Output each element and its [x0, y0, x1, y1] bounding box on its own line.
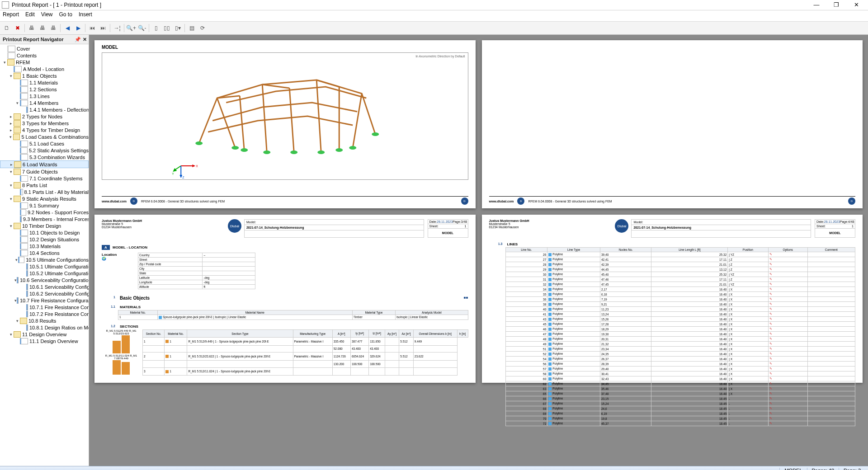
tree-item[interactable]: ▾1.4 Members [0, 99, 89, 106]
tree-item[interactable]: 10.3 Materials [0, 243, 89, 249]
menu-edit[interactable]: Edit [25, 11, 35, 20]
tree-item[interactable]: ▾10.8 Results [0, 317, 89, 324]
page-3: Justus Mustermann GmbH Musterstraße 5 01… [94, 215, 476, 383]
menu-view[interactable]: View [41, 11, 53, 20]
tree-item[interactable]: ▾1 Basic Objects [0, 72, 89, 79]
tree-item[interactable]: ▾5 Load Cases & Combinations [0, 133, 89, 140]
tree-item[interactable]: 11.1 Design Overview [0, 338, 89, 344]
export-icon[interactable]: 🖶 [48, 23, 58, 33]
statusbar: MODEL Pages: 48 Page: 3 [0, 466, 868, 470]
menu-report[interactable]: Report [3, 11, 19, 20]
navigator-header: Printout Report Navigator 📌 ✕ [0, 35, 89, 44]
single-page-icon[interactable]: ▯ [151, 23, 161, 33]
refresh-icon[interactable]: ⟳ [198, 23, 208, 33]
svg-point-5 [317, 150, 325, 154]
status-pages: Pages: 48 [807, 468, 839, 470]
tree-item[interactable]: ▾10.5 Ultimate Configurations [0, 256, 89, 263]
menu-insert[interactable]: Insert [79, 11, 92, 20]
page-footer: www.dlubal.com D RFEM 6.04.0008 - Genera… [102, 196, 468, 205]
new-icon[interactable]: 🗋 [2, 23, 12, 33]
titlebar: Printout Report - [ 1 - Printout report … [0, 0, 868, 10]
window-title: Printout Report - [ 1 - Printout report … [12, 2, 101, 8]
settings-icon[interactable]: ▤ [187, 23, 197, 33]
tree-item[interactable]: 1.2 Sections [0, 86, 89, 93]
minimize-button[interactable]: — [807, 0, 826, 10]
svg-text:Y: Y [172, 172, 174, 175]
tree-item[interactable]: ▾7 Guide Objects [0, 168, 89, 175]
svg-text:X: X [196, 164, 198, 168]
tree-item[interactable]: 10.5.1 Ultimate Configuratio... [0, 263, 89, 270]
tree-item[interactable]: A Model - Location [0, 66, 89, 72]
tree-item[interactable]: 9.2 Nodes - Support Forces [0, 209, 89, 216]
tree-item[interactable]: 10.7.1 Fire Resistance Confi... [0, 304, 89, 310]
tree-item-contents[interactable]: Contents [0, 52, 89, 59]
dlubal-logo-icon: D [130, 197, 137, 205]
dlubal-logo-icon: D [848, 197, 855, 205]
tree-item[interactable]: 5.2 Static Analysis Settings [0, 147, 89, 154]
lines-table: Line No.Line TypeNodes No.Line Length L … [505, 247, 856, 426]
page-footer: www.dlubal.com D RFEM 6.04.0008 - Genera… [489, 196, 856, 205]
tree-item[interactable]: ▸4 Types for Timber Design [0, 127, 89, 133]
print-icon[interactable]: 🖶 [27, 23, 37, 33]
dlubal-logo-icon: Dlubal [228, 219, 241, 233]
delete-icon[interactable]: ✖ [13, 23, 23, 33]
tree-item[interactable]: 7.1 Coordinate Systems [0, 175, 89, 182]
goto-page-icon[interactable]: →¦ [112, 23, 122, 33]
tree-item[interactable]: ▾10.7 Fire Resistance Configurations [0, 297, 89, 304]
tree-item-cover[interactable]: Cover [0, 45, 89, 52]
tree-item[interactable]: 10.7.2 Fire Resistance Confi... [0, 310, 89, 317]
maximize-button[interactable]: ❐ [826, 0, 846, 10]
tree-item[interactable]: 10.6.2 Serviceability Configu... [0, 290, 89, 297]
svg-marker-10 [192, 164, 195, 167]
two-page-icon[interactable]: ▯▯ [162, 23, 172, 33]
tree-item[interactable]: 10.2 Design Situations [0, 236, 89, 243]
tree-item[interactable]: ▾9 Static Analysis Results [0, 195, 89, 202]
first-icon[interactable]: ⏮ [87, 23, 97, 33]
tree-item[interactable]: ▾11 Design Overview [0, 331, 89, 338]
print-preview-icon[interactable]: 🖶 [38, 23, 47, 33]
next-icon[interactable]: ▶ [73, 23, 83, 33]
navigator-tree[interactable]: Cover Contents ▾RFEM A Model - Location … [0, 44, 89, 466]
preview-canvas[interactable]: MODEL In Axonometric Direction by Defaul… [89, 35, 868, 466]
page-2: www.dlubal.com D RFEM 6.04.0008 - Genera… [482, 40, 863, 208]
status-page: Page: 3 [839, 468, 865, 470]
tree-item[interactable]: 1.3 Lines [0, 93, 89, 99]
dlubal-logo-icon: Dlubal [615, 219, 628, 233]
location-table: Country–StreetZip / Postal codeCityState… [138, 253, 255, 289]
close-button[interactable]: ✕ [846, 0, 866, 10]
tree-item[interactable]: ▸2 Types for Nodes [0, 113, 89, 120]
multi-page-icon[interactable]: ▯▾ [173, 23, 183, 33]
svg-point-1 [231, 146, 239, 150]
navigator-panel: Printout Report Navigator 📌 ✕ Cover Cont… [0, 35, 89, 466]
zoom-out-icon[interactable]: 🔍- [137, 23, 147, 33]
tree-item[interactable]: 5.3 Combination Wizards [0, 154, 89, 160]
tree-item-selected[interactable]: ▸6 Load Wizards [0, 160, 89, 168]
tree-item[interactable]: ▾10 Timber Design [0, 222, 89, 229]
tree-item[interactable]: 1.1 Materials [0, 79, 89, 86]
tree-item[interactable]: 9.3 Members - Internal Forces by... [0, 216, 89, 222]
pin-icon[interactable]: 📌 [75, 37, 81, 42]
tree-item[interactable]: 10.8.1 Design Ratios on Mem... [0, 324, 89, 331]
tree-item[interactable]: 9.1 Summary [0, 202, 89, 209]
model-3d-view: In Axonometric Direction by Default [102, 52, 468, 180]
tree-item[interactable]: 10.6.1 Serviceability Configu... [0, 283, 89, 290]
menu-goto[interactable]: Go to [59, 11, 72, 20]
last-icon[interactable]: ⏭ [98, 23, 108, 33]
navigator-title: Printout Report Navigator [3, 37, 63, 42]
page-4: Justus Mustermann GmbH Musterstraße 5 01… [482, 215, 863, 383]
tree-item[interactable]: 8.1 Parts List - All by Material [0, 188, 89, 195]
tree-item[interactable]: ▾8 Parts List [0, 182, 89, 188]
tree-item-rfem[interactable]: ▾RFEM [0, 59, 89, 66]
svg-text:Z: Z [182, 176, 184, 179]
tree-item[interactable]: 10.4 Sections [0, 249, 89, 256]
tree-item[interactable]: ▸3 Types for Members [0, 120, 89, 127]
svg-point-6 [335, 148, 343, 152]
tree-item[interactable]: 5.1 Load Cases [0, 140, 89, 147]
tree-item[interactable]: 10.1 Objects to Design [0, 229, 89, 236]
tree-item[interactable]: ▾10.6 Serviceability Configurations [0, 277, 89, 283]
tree-item[interactable]: 10.5.2 Ultimate Configuratio... [0, 270, 89, 277]
tree-item[interactable]: 1.4.1 Members - Deflection C... [0, 106, 89, 113]
zoom-in-icon[interactable]: 🔍+ [126, 23, 136, 33]
prev-icon[interactable]: ◀ [62, 23, 72, 33]
close-panel-icon[interactable]: ✕ [83, 37, 87, 42]
